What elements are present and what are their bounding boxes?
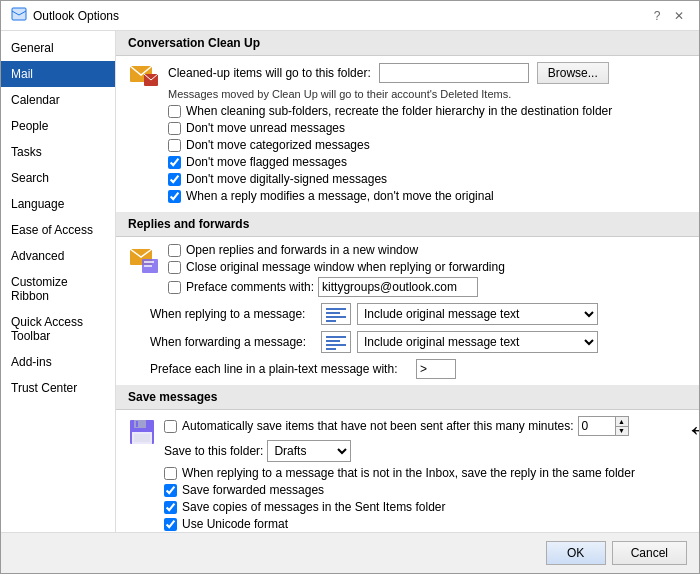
checkbox-categorized-label: Don't move categorized messages — [186, 138, 370, 152]
replies-forwards-header: Replies and forwards — [116, 212, 699, 237]
sidebar-item-ease-of-access[interactable]: Ease of Access — [1, 217, 115, 243]
auto-save-checkbox[interactable] — [164, 420, 177, 433]
checkbox-open-new-window-input[interactable] — [168, 244, 181, 257]
auto-save-minutes-input[interactable] — [578, 416, 616, 436]
sidebar-item-language[interactable]: Language — [1, 191, 115, 217]
forward-dropdown-icon — [321, 331, 351, 353]
checkbox-sub-folders-label: When cleaning sub-folders, recreate the … — [186, 104, 612, 118]
checkbox-preface-input[interactable] — [168, 281, 181, 294]
envelope-icon — [128, 62, 160, 93]
sidebar-item-people[interactable]: People — [1, 113, 115, 139]
checkbox-save-forwarded: Save forwarded messages — [164, 483, 687, 497]
sidebar-item-general[interactable]: General — [1, 35, 115, 61]
close-button[interactable]: ✕ — [669, 6, 689, 26]
checkbox-reply-modifies-input[interactable] — [168, 190, 181, 203]
sidebar-item-search[interactable]: Search — [1, 165, 115, 191]
sidebar-item-quick-access-toolbar[interactable]: Quick Access Toolbar — [1, 309, 115, 349]
checkbox-signed-label: Don't move digitally-signed messages — [186, 172, 387, 186]
svg-rect-6 — [144, 261, 154, 263]
checkbox-save-copies-sent-label: Save copies of messages in the Sent Item… — [182, 500, 445, 514]
svg-rect-0 — [12, 8, 26, 20]
checkbox-unicode: Use Unicode format — [164, 517, 687, 531]
auto-save-row: Automatically save items that have not b… — [164, 416, 687, 436]
checkbox-save-copies-sent-input[interactable] — [164, 501, 177, 514]
checkbox-unread-input[interactable] — [168, 122, 181, 135]
save-folder-select[interactable]: Drafts Sent Items Inbox — [267, 440, 351, 462]
reply-dropdown-select[interactable]: Include original message text Do not inc… — [357, 303, 598, 325]
dialog-icon — [11, 6, 27, 25]
sidebar-item-tasks[interactable]: Tasks — [1, 139, 115, 165]
checkbox-reply-modifies-label: When a reply modifies a message, don't m… — [186, 189, 494, 203]
replies-forwards-area: Open replies and forwards in a new windo… — [116, 237, 699, 303]
sidebar-item-mail[interactable]: Mail — [1, 61, 115, 87]
main-panel: Conversation Clean Up Cleaned-up items w… — [116, 31, 699, 532]
checkbox-reply-same-folder-input[interactable] — [164, 467, 177, 480]
sidebar-item-advanced[interactable]: Advanced — [1, 243, 115, 269]
sidebar-item-add-ins[interactable]: Add-ins — [1, 349, 115, 375]
reply-icon — [128, 245, 160, 280]
plaintext-input[interactable] — [416, 359, 456, 379]
sidebar-item-calendar[interactable]: Calendar — [1, 87, 115, 113]
minutes-spinner[interactable]: ▲ ▼ — [615, 416, 629, 436]
preface-row: Preface comments with: — [168, 277, 687, 297]
sidebar-item-trust-center[interactable]: Trust Center — [1, 375, 115, 401]
save-messages-header: Save messages — [116, 385, 699, 410]
folder-label: Cleaned-up items will go to this folder: — [168, 66, 371, 80]
checkbox-save-forwarded-input[interactable] — [164, 484, 177, 497]
plaintext-label: Preface each line in a plain-text messag… — [150, 362, 410, 376]
reply-dropdown-row: When replying to a message: Include orig… — [138, 303, 699, 325]
browse-button[interactable]: Browse... — [537, 62, 609, 84]
svg-rect-9 — [134, 420, 146, 428]
checkbox-unread-label: Don't move unread messages — [186, 121, 345, 135]
checkbox-flagged-input[interactable] — [168, 156, 181, 169]
reply-dropdown-icon — [321, 303, 351, 325]
cancel-button[interactable]: Cancel — [612, 541, 687, 565]
checkbox-categorized: Don't move categorized messages — [168, 138, 687, 152]
checkbox-open-new-window-label: Open replies and forwards in a new windo… — [186, 243, 418, 257]
reply-dropdown-label: When replying to a message: — [150, 307, 315, 321]
outlook-options-dialog: Outlook Options ? ✕ General Mail Calenda… — [0, 0, 700, 574]
preface-label: Preface comments with: — [186, 280, 314, 294]
dialog-footer: OK Cancel — [1, 532, 699, 573]
svg-rect-7 — [144, 265, 152, 267]
save-messages-content: Automatically save items that have not b… — [164, 416, 687, 532]
checkbox-reply-modifies: When a reply modifies a message, don't m… — [168, 189, 687, 203]
checkbox-sub-folders-input[interactable] — [168, 105, 181, 118]
replies-forwards-content: Open replies and forwards in a new windo… — [168, 243, 687, 301]
floppy-icon — [128, 418, 156, 449]
info-text: Messages moved by Clean Up will go to th… — [168, 88, 687, 100]
save-folder-label: Save to this folder: — [164, 444, 263, 458]
checkbox-flagged: Don't move flagged messages — [168, 155, 687, 169]
dialog-title: Outlook Options — [33, 9, 119, 23]
help-button[interactable]: ? — [647, 6, 667, 26]
svg-rect-12 — [134, 434, 150, 442]
preface-text-input[interactable] — [318, 277, 478, 297]
title-bar-controls: ? ✕ — [647, 6, 689, 26]
save-folder-row: Save to this folder: Drafts Sent Items I… — [164, 440, 687, 462]
folder-row: Cleaned-up items will go to this folder:… — [168, 62, 687, 84]
title-bar-left: Outlook Options — [11, 6, 119, 25]
arrow-indicator: ← — [685, 411, 699, 448]
spinner-up-btn[interactable]: ▲ — [616, 417, 628, 427]
checkbox-close-original: Close original message window when reply… — [168, 260, 687, 274]
checkbox-reply-same-folder-label: When replying to a message that is not i… — [182, 466, 635, 480]
checkbox-signed-input[interactable] — [168, 173, 181, 186]
forward-dropdown-row: When forwarding a message: Include origi… — [138, 331, 699, 353]
folder-input[interactable] — [379, 63, 529, 83]
forward-dropdown-select[interactable]: Include original message text Do not inc… — [357, 331, 598, 353]
checkbox-unread: Don't move unread messages — [168, 121, 687, 135]
conversation-cleanup-header: Conversation Clean Up — [116, 31, 699, 56]
checkbox-categorized-input[interactable] — [168, 139, 181, 152]
checkbox-close-original-input[interactable] — [168, 261, 181, 274]
checkbox-unicode-input[interactable] — [164, 518, 177, 531]
ok-button[interactable]: OK — [546, 541, 606, 565]
spinner-down-btn[interactable]: ▼ — [616, 427, 628, 436]
conversation-cleanup-area: Cleaned-up items will go to this folder:… — [116, 56, 699, 212]
plaintext-row: Preface each line in a plain-text messag… — [138, 359, 699, 379]
auto-save-label: Automatically save items that have not b… — [182, 419, 574, 433]
title-bar: Outlook Options ? ✕ — [1, 1, 699, 31]
sidebar-item-customize-ribbon[interactable]: Customize Ribbon — [1, 269, 115, 309]
checkbox-sub-folders: When cleaning sub-folders, recreate the … — [168, 104, 687, 118]
save-messages-area: Automatically save items that have not b… — [116, 410, 699, 532]
conversation-cleanup-content: Cleaned-up items will go to this folder:… — [168, 62, 687, 206]
